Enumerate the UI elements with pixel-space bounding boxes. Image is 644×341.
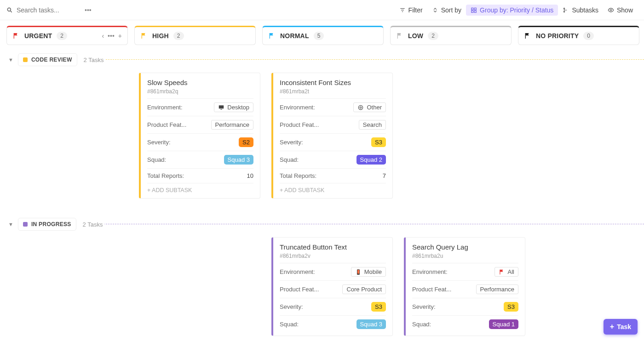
toolbar: ••• Filter Sort by Group by: Priority / … xyxy=(0,0,644,20)
other-icon xyxy=(357,104,364,111)
new-task-fab[interactable]: + Task xyxy=(604,319,638,335)
column-header-none[interactable]: NO PRIORITY 0 xyxy=(518,26,639,45)
sortby-button[interactable]: Sort by xyxy=(427,5,466,16)
fab-label: Task xyxy=(617,323,631,330)
field-label-total-reports: Total Reports: xyxy=(280,172,383,179)
lane-collapse-caret[interactable]: ▼ xyxy=(8,222,13,227)
lane-count: 2 Tasks xyxy=(81,221,105,228)
filter-icon xyxy=(399,7,406,13)
flag-icon xyxy=(524,32,531,40)
sort-icon xyxy=(432,7,438,13)
lanes-container: ▼ CODE REVIEW 2 Tasks Slow Speeds #861mr… xyxy=(0,48,644,341)
column-count: 2 xyxy=(428,32,438,40)
subtasks-button[interactable]: Subtasks xyxy=(558,5,603,16)
environment-value[interactable]: All xyxy=(494,267,518,277)
svg-rect-8 xyxy=(474,11,476,12)
flag-icon xyxy=(140,32,148,40)
field-label-severity: Severity: xyxy=(412,303,504,310)
squad-badge[interactable]: Squad 1 xyxy=(489,319,518,329)
lane-label-box[interactable]: CODE REVIEW xyxy=(18,53,77,66)
show-icon xyxy=(608,7,614,13)
severity-badge[interactable]: S3 xyxy=(504,302,518,312)
mobile-icon xyxy=(355,269,362,275)
card-id: #861mrba2q xyxy=(147,88,253,95)
column-slot-low xyxy=(404,73,525,199)
product-feature-value[interactable]: Search xyxy=(359,120,386,130)
lane-status-dot xyxy=(23,222,28,227)
column-more-icon[interactable]: ••• xyxy=(108,32,115,40)
column-header-high[interactable]: HIGH 2 xyxy=(134,26,256,45)
squad-badge[interactable]: Squad 2 xyxy=(356,155,386,165)
product-feature-value[interactable]: Performance xyxy=(476,284,518,294)
lane-status-dot xyxy=(23,57,28,62)
column-title: NO PRIORITY xyxy=(536,32,579,40)
filter-label: Filter xyxy=(408,6,423,14)
chevron-left-icon[interactable]: ‹ xyxy=(102,32,104,40)
environment-value[interactable]: Mobile xyxy=(351,267,386,277)
sortby-label: Sort by xyxy=(441,6,461,14)
toolbar-more-icon[interactable]: ••• xyxy=(81,5,95,16)
severity-badge[interactable]: S3 xyxy=(371,302,386,312)
squad-badge[interactable]: Squad 3 xyxy=(224,155,253,165)
column-add-icon[interactable]: + xyxy=(118,32,122,40)
column-count: 0 xyxy=(583,32,594,40)
field-label-product-feature: Product Feat... xyxy=(280,121,359,128)
field-label-severity: Severity: xyxy=(280,139,371,146)
lane-divider xyxy=(101,59,644,60)
svg-rect-5 xyxy=(472,8,473,10)
column-slot-normal: Truncated Button Text #861mrba2v Environ… xyxy=(271,237,393,336)
field-label-squad: Squad: xyxy=(147,156,224,163)
show-button[interactable]: Show xyxy=(603,5,638,16)
subtasks-icon xyxy=(563,7,569,13)
add-subtask-button[interactable]: + ADD SUBTASK xyxy=(147,183,253,195)
column-slot-high: Slow Speeds #861mrba2q Environment:Deskt… xyxy=(139,73,260,199)
column-slot-low: Search Query Lag #861mrba2u Environment:… xyxy=(404,237,525,336)
severity-badge[interactable]: S3 xyxy=(371,137,386,147)
field-label-product-feature: Product Feat... xyxy=(412,286,476,293)
lane-cards-row: Truncated Button Text #861mrba2v Environ… xyxy=(0,235,644,341)
svg-point-9 xyxy=(564,8,565,9)
column-header-low[interactable]: LOW 2 xyxy=(390,26,512,45)
svg-rect-7 xyxy=(472,11,473,12)
lane-divider xyxy=(101,224,644,224)
task-card[interactable]: Search Query Lag #861mrba2u Environment:… xyxy=(404,237,525,336)
column-slot-urgent xyxy=(6,73,128,199)
svg-rect-12 xyxy=(219,105,224,108)
column-header-urgent[interactable]: URGENT 2 ‹ ••• + xyxy=(6,26,128,45)
field-label-product-feature: Product Feat... xyxy=(280,286,342,293)
lane-header-in_progress: ▼ IN PROGRESS 2 Tasks xyxy=(0,212,644,235)
environment-value[interactable]: Desktop xyxy=(214,102,253,112)
svg-point-10 xyxy=(564,11,565,12)
lane-collapse-caret[interactable]: ▼ xyxy=(8,57,13,63)
card-id: #861mrba2t xyxy=(280,88,386,95)
squad-badge[interactable]: Squad 3 xyxy=(356,319,386,329)
group-icon xyxy=(471,7,477,13)
search-input[interactable] xyxy=(17,6,81,14)
environment-value[interactable]: Other xyxy=(353,102,386,112)
product-feature-value[interactable]: Core Product xyxy=(342,284,386,294)
field-label-severity: Severity: xyxy=(147,139,239,146)
groupby-button[interactable]: Group by: Priority / Status xyxy=(466,5,558,16)
column-slot-normal: Inconsistent Font Sizes #861mrba2t Envir… xyxy=(271,73,393,199)
task-card[interactable]: Slow Speeds #861mrba2q Environment:Deskt… xyxy=(139,73,260,199)
column-count: 5 xyxy=(314,32,324,40)
search-wrap xyxy=(6,6,81,14)
svg-line-1 xyxy=(11,11,12,12)
lane-label-box[interactable]: IN PROGRESS xyxy=(18,218,76,231)
show-label: Show xyxy=(617,6,633,14)
severity-badge[interactable]: S2 xyxy=(239,137,253,147)
add-subtask-button[interactable]: + ADD SUBTASK xyxy=(280,183,386,195)
task-card[interactable]: Inconsistent Font Sizes #861mrba2t Envir… xyxy=(271,73,393,199)
filter-button[interactable]: Filter xyxy=(395,5,427,16)
field-label-environment: Environment: xyxy=(412,268,494,275)
lane-title: CODE REVIEW xyxy=(31,57,72,63)
lane-count: 2 Tasks xyxy=(82,57,106,63)
task-card[interactable]: Truncated Button Text #861mrba2v Environ… xyxy=(271,237,393,336)
field-label-severity: Severity: xyxy=(280,303,371,310)
svg-point-11 xyxy=(610,9,612,11)
groupby-label: Group by: Priority / Status xyxy=(480,6,553,14)
column-title: NORMAL xyxy=(280,32,309,40)
column-header-normal[interactable]: NORMAL 5 xyxy=(262,26,384,45)
product-feature-value[interactable]: Performance xyxy=(211,120,253,130)
lane-cards-row: Slow Speeds #861mrba2q Environment:Deskt… xyxy=(0,71,644,212)
